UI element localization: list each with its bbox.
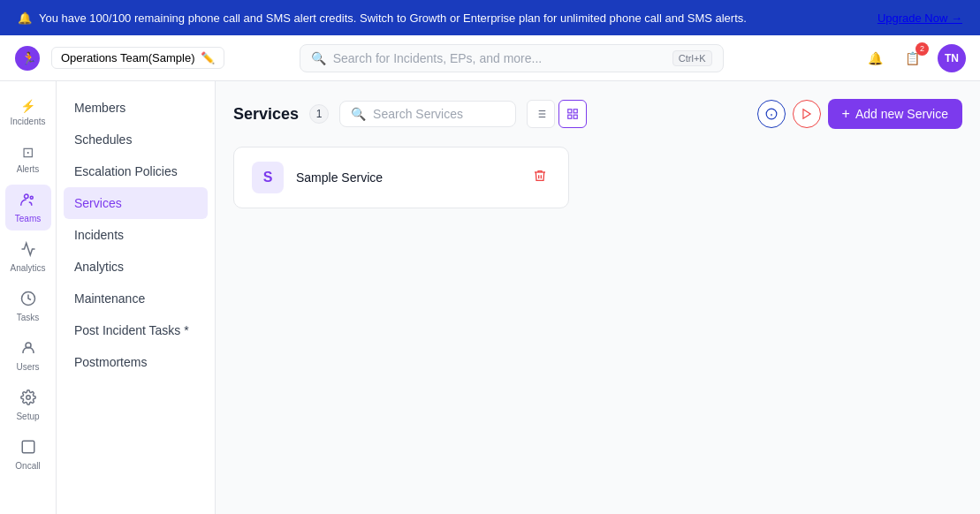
- svg-point-6: [26, 396, 30, 400]
- sidebar-item-alerts[interactable]: ⊡ Alerts: [5, 137, 51, 181]
- video-icon-button[interactable]: [793, 100, 821, 128]
- top-nav: 🏃 Operations Team(Sample) ✏️ 🔍 Search fo…: [0, 35, 980, 81]
- alert-banner-left: 🔔 You have 100/100 remaining phone call …: [18, 11, 747, 25]
- sidebar-icons: ⚡ Incidents ⊡ Alerts Teams Analy: [0, 81, 57, 514]
- nav-item-members[interactable]: Members: [57, 92, 215, 124]
- setup-icon: [20, 389, 36, 408]
- sidebar-item-users[interactable]: Users: [5, 333, 51, 379]
- org-selector[interactable]: Operations Team(Sample) ✏️: [51, 47, 224, 69]
- grid-view-button[interactable]: [558, 100, 587, 128]
- nav-item-postmortems[interactable]: Postmortems: [57, 346, 215, 378]
- svg-rect-15: [574, 110, 577, 113]
- service-avatar: S: [252, 162, 284, 193]
- svg-marker-21: [803, 110, 810, 119]
- svg-rect-7: [22, 441, 34, 453]
- docs-icon[interactable]: 📋 2: [900, 46, 925, 71]
- notification-bell-icon[interactable]: 🔔: [863, 46, 888, 71]
- delete-service-button[interactable]: [529, 165, 551, 190]
- edit-org-icon[interactable]: ✏️: [201, 51, 215, 64]
- oncall-label: Oncall: [15, 461, 40, 471]
- add-service-label: Add new Service: [855, 107, 948, 121]
- svg-point-3: [30, 196, 33, 199]
- sidebar-item-teams[interactable]: Teams: [5, 185, 51, 231]
- alert-banner-message: You have 100/100 remaining phone call an…: [39, 11, 747, 25]
- docs-badge: 2: [915, 42, 929, 56]
- user-avatar[interactable]: TN: [938, 44, 966, 72]
- list-view-button[interactable]: [527, 100, 555, 128]
- search-placeholder-text: Search for Incidents, EPs, and more...: [333, 51, 543, 65]
- search-shortcut-badge: Ctrl+K: [672, 50, 712, 66]
- teams-icon: [20, 192, 36, 210]
- svg-text:🏃: 🏃: [21, 51, 37, 66]
- incidents-label: Incidents: [10, 117, 45, 126]
- nav-item-escalation-policies[interactable]: Escalation Policies: [57, 155, 215, 187]
- services-header: Services 1 🔍 Search Services: [233, 99, 962, 129]
- service-name: Sample Service: [296, 170, 517, 185]
- setup-label: Setup: [16, 412, 39, 421]
- nav-item-analytics[interactable]: Analytics: [57, 251, 215, 283]
- service-card-sample[interactable]: S Sample Service: [233, 147, 569, 208]
- main-layout: ⚡ Incidents ⊡ Alerts Teams Analy: [0, 81, 980, 514]
- sidebar-item-tasks[interactable]: Tasks: [5, 283, 51, 329]
- nav-item-schedules[interactable]: Schedules: [57, 124, 215, 155]
- sidebar-item-oncall[interactable]: Oncall: [5, 432, 51, 478]
- nav-item-services[interactable]: Services: [64, 187, 208, 219]
- svg-point-2: [24, 194, 28, 199]
- alerts-icon: ⊡: [22, 144, 34, 161]
- upgrade-now-link[interactable]: Upgrade Now →: [877, 11, 962, 25]
- info-icon-button[interactable]: [757, 100, 786, 128]
- search-services-icon: 🔍: [351, 107, 366, 121]
- app-logo: 🏃: [14, 45, 41, 72]
- nav-icons: 🔔 📋 2 TN: [863, 44, 966, 72]
- sidebar-item-setup[interactable]: Setup: [5, 382, 51, 428]
- search-services-placeholder: Search Services: [373, 107, 463, 121]
- sidebar-item-incidents[interactable]: ⚡ Incidents: [5, 92, 51, 133]
- tasks-label: Tasks: [17, 313, 40, 322]
- sidebar-item-analytics[interactable]: Analytics: [5, 234, 51, 280]
- global-search-bar[interactable]: 🔍 Search for Incidents, EPs, and more...…: [300, 44, 724, 72]
- header-right-icons: + Add new Service: [757, 99, 962, 129]
- nav-item-incidents[interactable]: Incidents: [57, 219, 215, 251]
- search-icon: 🔍: [311, 51, 326, 65]
- nav-item-post-incident-tasks[interactable]: Post Incident Tasks *: [57, 314, 215, 346]
- analytics-label: Analytics: [10, 263, 45, 273]
- left-nav: Members Schedules Escalation Policies Se…: [57, 81, 216, 514]
- plus-icon: +: [842, 106, 850, 122]
- nav-item-maintenance[interactable]: Maintenance: [57, 283, 215, 314]
- svg-rect-16: [568, 115, 572, 118]
- alerts-label: Alerts: [17, 164, 40, 174]
- org-name: Operations Team(Sample): [61, 51, 195, 64]
- add-service-button[interactable]: + Add new Service: [828, 99, 962, 129]
- services-page-title: Services: [233, 105, 299, 124]
- analytics-icon: [20, 241, 36, 260]
- oncall-icon: [20, 439, 36, 457]
- view-toggle: [527, 100, 587, 128]
- incidents-icon: ⚡: [20, 99, 35, 113]
- services-search-input[interactable]: 🔍 Search Services: [339, 101, 516, 127]
- services-count-badge: 1: [309, 104, 329, 124]
- svg-rect-14: [568, 110, 572, 113]
- alert-banner: 🔔 You have 100/100 remaining phone call …: [0, 0, 980, 35]
- main-content: Services 1 🔍 Search Services: [216, 81, 980, 514]
- services-grid: S Sample Service: [233, 147, 962, 208]
- tasks-icon: [20, 291, 36, 309]
- bell-alert-icon: 🔔: [18, 11, 32, 25]
- users-icon: [20, 340, 36, 359]
- teams-label: Teams: [15, 214, 41, 223]
- svg-rect-17: [574, 115, 577, 118]
- users-label: Users: [16, 362, 39, 372]
